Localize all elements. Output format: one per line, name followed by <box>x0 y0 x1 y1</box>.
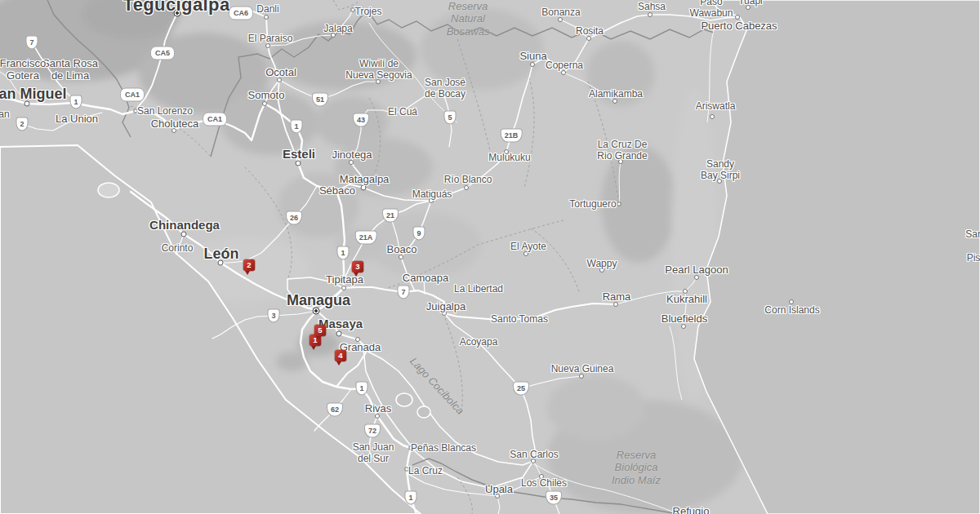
markers-layer: 12345 <box>0 0 980 514</box>
map-marker-3[interactable]: 3 <box>352 261 363 273</box>
map-marker-2[interactable]: 2 <box>243 259 255 271</box>
map-canvas[interactable]: TegucigalpaDanliTrojesJalapaEl ParaisoSa… <box>0 0 980 514</box>
map-marker-5[interactable]: 5 <box>314 325 326 336</box>
map-marker-4[interactable]: 4 <box>335 350 346 361</box>
